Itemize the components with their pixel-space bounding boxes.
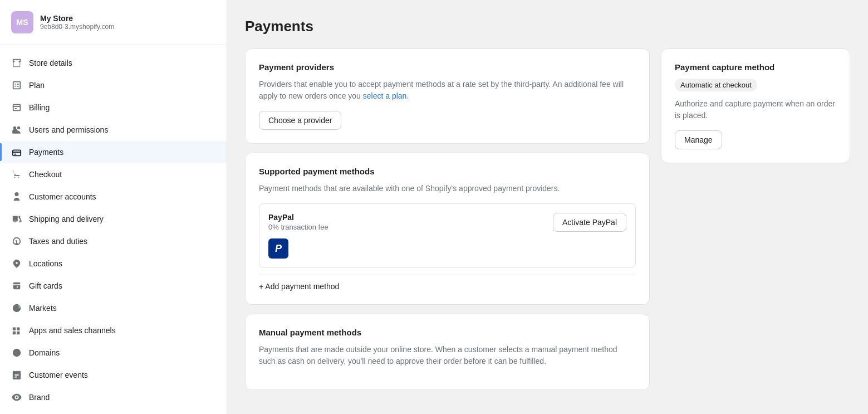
payment-providers-card: Payment providers Providers that enable … [245,48,650,144]
sidebar-item-label: Shipping and delivery [29,215,104,223]
payment-capture-description: Authorize and capture payment when an or… [675,98,836,121]
sidebar-item-domains[interactable]: Domains [0,342,227,364]
sidebar-item-customer-accounts[interactable]: Customer accounts [0,186,227,208]
gift-cards-icon [11,280,22,291]
supported-payment-methods-description: Payment methods that are available with … [259,183,636,194]
sidebar-item-locations[interactable]: Locations [0,252,227,275]
sidebar-item-label: Customer events [29,371,88,379]
customer-events-icon [11,369,22,381]
sidebar-item-gift-cards[interactable]: Gift cards [0,275,227,297]
select-plan-link[interactable]: select a plan [363,91,407,100]
sidebar-item-label: Apps and sales channels [29,326,116,335]
sidebar-item-payments[interactable]: Payments [0,141,227,163]
sidebar-item-label: Checkout [29,170,62,179]
manual-payment-methods-description: Payments that are made outside your onli… [259,344,636,367]
paypal-fee: 0% transaction fee [268,223,328,231]
sidebar-item-store-details[interactable]: Store details [0,52,227,74]
svg-point-1 [19,221,21,223]
sidebar-item-markets[interactable]: Markets [0,297,227,319]
main-content: Payments Payment providers Providers tha… [227,0,868,414]
content-area: Payment providers Providers that enable … [245,48,850,396]
sidebar-item-plan[interactable]: Plan [0,74,227,96]
sidebar-item-label: Gift cards [29,281,62,290]
sidebar-item-label: Taxes and duties [29,237,87,246]
payment-capture-badge: Automatic at checkout [675,79,757,91]
paypal-name: PayPal [268,213,328,222]
page-title: Payments [245,18,850,35]
shipping-icon [11,213,22,225]
paypal-info: PayPal 0% transaction fee [268,213,328,231]
plan-icon [11,80,22,91]
avatar: MS [11,11,33,33]
domains-icon [11,347,22,358]
paypal-section: PayPal 0% transaction fee Activate PayPa… [259,203,636,268]
markets-icon [11,303,22,314]
add-payment-label: + Add payment method [259,282,339,291]
apps-icon [11,325,22,336]
svg-point-0 [14,221,16,223]
add-payment-method[interactable]: + Add payment method [259,275,636,291]
sidebar: MS My Store 9eb8d0-3.myshopify.com Store… [0,0,227,414]
customer-accounts-icon [11,191,22,202]
supported-payment-methods-title: Supported payment methods [259,167,636,176]
checkout-icon [11,169,22,180]
store-header[interactable]: MS My Store 9eb8d0-3.myshopify.com [0,0,227,45]
users-icon [11,124,22,135]
sidebar-item-brand[interactable]: Brand [0,386,227,408]
locations-icon [11,258,22,269]
manual-payment-methods-card: Manual payment methods Payments that are… [245,314,650,390]
payment-capture-title: Payment capture method [675,62,836,72]
brand-icon [11,392,22,403]
paypal-header: PayPal 0% transaction fee Activate PayPa… [268,213,626,232]
sidebar-item-shipping-delivery[interactable]: Shipping and delivery [0,208,227,230]
sidebar-item-customer-events[interactable]: Customer events [0,364,227,386]
sidebar-item-label: Billing [29,103,50,112]
taxes-icon [11,236,22,247]
sidebar-item-label: Customer accounts [29,192,96,201]
manual-payment-methods-title: Manual payment methods [259,328,636,337]
sidebar-item-users-permissions[interactable]: Users and permissions [0,119,227,141]
paypal-logo-letter: P [275,243,282,255]
manage-button[interactable]: Manage [675,130,722,149]
billing-icon [11,102,22,113]
description-text1: Providers that enable you to accept paym… [259,80,624,100]
store-name: My Store [40,14,114,23]
supported-payment-methods-card: Supported payment methods Payment method… [245,153,650,305]
sidebar-item-label: Payments [29,148,63,157]
sidebar-item-label: Domains [29,348,60,357]
description-text2: . [406,91,409,100]
paypal-logo: P [268,238,288,259]
payments-icon [11,147,22,158]
sidebar-item-label: Plan [29,81,45,90]
sidebar-item-label: Locations [29,259,62,268]
sidebar-item-billing[interactable]: Billing [0,96,227,119]
activate-paypal-button[interactable]: Activate PayPal [553,213,626,232]
choose-provider-button[interactable]: Choose a provider [259,111,341,130]
sidebar-item-label: Store details [29,59,72,67]
store-url: 9eb8d0-3.myshopify.com [40,23,114,31]
sidebar-item-label: Brand [29,393,50,402]
cards-column: Payment providers Providers that enable … [245,48,650,396]
sidebar-item-label: Markets [29,304,57,313]
sidebar-item-checkout[interactable]: Checkout [0,163,227,186]
right-panel: Payment capture method Automatic at chec… [661,48,850,396]
payment-capture-card: Payment capture method Automatic at chec… [661,48,850,163]
payment-providers-title: Payment providers [259,62,636,72]
sidebar-item-label: Users and permissions [29,125,108,134]
sidebar-item-apps-sales[interactable]: Apps and sales channels [0,319,227,342]
sidebar-item-taxes-duties[interactable]: Taxes and duties [0,230,227,252]
payment-providers-description: Providers that enable you to accept paym… [259,79,636,102]
store-icon [11,57,22,69]
nav-list: Store details Plan Billing Users and per… [0,45,227,414]
store-info: My Store 9eb8d0-3.myshopify.com [40,14,114,31]
